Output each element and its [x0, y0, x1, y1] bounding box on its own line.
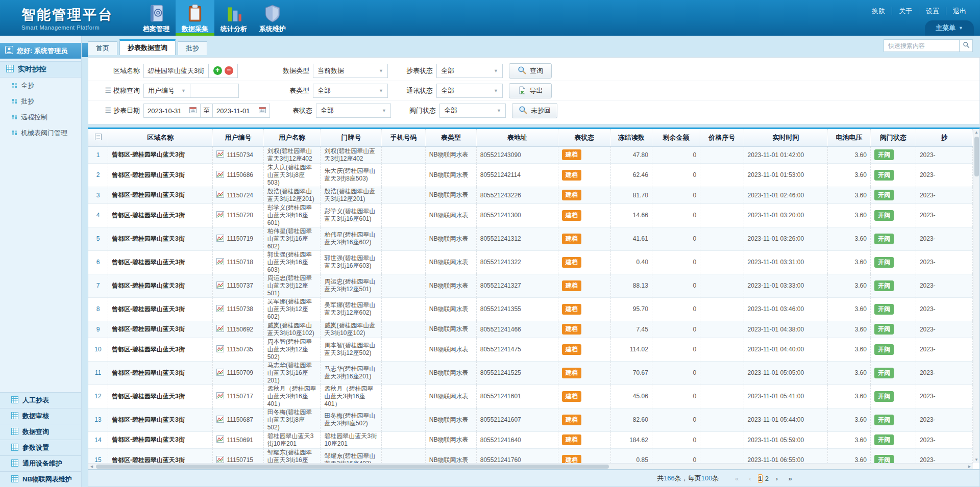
sidebar-section-realtime-reading[interactable]: 实时抄控	[0, 61, 81, 78]
valve-state-select[interactable]: 全部▼	[439, 104, 506, 118]
table-row[interactable]: 4曾都区-碧桂园翠山蓝天3街11150720彭学义(碧桂园翠山蓝天3街16座60…	[88, 203, 973, 227]
nav-archive-management[interactable]: 档案管理	[137, 0, 176, 36]
column-header-door_no[interactable]: 门牌号	[321, 129, 382, 146]
meter-chart-icon[interactable]	[216, 325, 224, 334]
sidebar-item-data-query[interactable]: 数据查询	[0, 424, 81, 440]
horizontal-scrollbar-thumb[interactable]	[96, 465, 609, 469]
meter-chart-icon[interactable]	[216, 345, 224, 354]
table-row[interactable]: 8曾都区-碧桂园翠山蓝天3街11150738吴军娜(碧桂园翠山蓝天3街12座60…	[88, 297, 973, 321]
last-page-button[interactable]: »	[785, 473, 796, 484]
fuzzy-query-input[interactable]	[190, 84, 239, 98]
table-row[interactable]: 11曾都区-碧桂园翠山蓝天3街11150709马志华(碧桂园翠山蓝天3街16座2…	[88, 361, 973, 385]
meter-chart-icon[interactable]	[216, 392, 224, 401]
prev-page-button[interactable]: ‹	[745, 473, 756, 484]
meter-chart-icon[interactable]	[216, 171, 224, 180]
meter-chart-icon[interactable]	[216, 150, 224, 159]
column-header-meter_type[interactable]: 表类型	[425, 129, 476, 146]
sidebar-item-batch-read[interactable]: 批抄	[0, 93, 81, 109]
query-button[interactable]: 查询	[509, 63, 552, 79]
comm-state-select[interactable]: 全部▼	[436, 84, 503, 98]
page-button-2[interactable]: 2	[765, 474, 769, 483]
table-row[interactable]: 5曾都区-碧桂园翠山蓝天3街11150719柏伟星(碧桂园翠山蓝天3街16座60…	[88, 227, 973, 250]
table-row[interactable]: 14曾都区-碧桂园翠山蓝天3街11150691碧桂园翠山蓝天3街10座201碧桂…	[88, 431, 973, 448]
column-header-time[interactable]: 实时时间	[744, 129, 828, 146]
column-header-region[interactable]: 区域名称	[108, 129, 213, 146]
column-header-balance[interactable]: 剩余金额	[652, 129, 700, 146]
column-header-valve[interactable]: 阀门状态	[870, 129, 916, 146]
meter-chart-icon[interactable]	[216, 416, 224, 424]
nav-statistics[interactable]: 统计分析	[214, 0, 253, 36]
link-logout[interactable]: 退出	[946, 7, 973, 15]
table-row[interactable]: 1曾都区-碧桂园翠山蓝天3街11150734刘权(碧桂园翠山蓝天3街12座402…	[88, 146, 973, 163]
nav-system-maintenance[interactable]: 系统维护	[253, 0, 292, 36]
meter-chart-icon[interactable]	[216, 281, 224, 290]
sidebar-item-remote-control[interactable]: 远程控制	[0, 109, 81, 125]
table-row[interactable]: 6曾都区-碧桂园翠山蓝天3街11150718郭世强(碧桂园翠山蓝天3街16座60…	[88, 250, 973, 274]
table-row[interactable]: 15曾都区-碧桂园翠山蓝天3街11150715邹耀东(碧桂园翠山蓝天3街16座4…	[88, 448, 973, 463]
link-settings[interactable]: 设置	[919, 7, 946, 15]
table-row[interactable]: 12曾都区-碧桂园翠山蓝天3街11150717孟秋月（碧桂园翠山蓝天3街16座4…	[88, 385, 973, 408]
scroll-up-icon[interactable]: ▲	[973, 129, 979, 136]
sidebar-item-data-audit[interactable]: 数据审核	[0, 408, 81, 424]
tab-home[interactable]: 首页	[88, 41, 117, 55]
table-row[interactable]: 9曾都区-碧桂园翠山蓝天3街11150692戚岚(碧桂园翠山蓝天3街10座102…	[88, 321, 973, 338]
date-to-input[interactable]: 2023-11-01	[213, 104, 270, 118]
remove-area-button[interactable]: −	[225, 66, 233, 75]
select-all-header[interactable]	[88, 129, 108, 146]
unread-button[interactable]: 未抄回	[512, 103, 557, 118]
next-page-button[interactable]: ›	[771, 473, 782, 484]
quick-search-input[interactable]	[884, 39, 959, 52]
link-change-skin[interactable]: 换肤	[865, 7, 892, 15]
table-row[interactable]: 10曾都区-碧桂园翠山蓝天3街11150735周本智(碧桂园翠山蓝天3街12座5…	[88, 338, 973, 361]
sidebar-item-nb-meter-maintenance[interactable]: NB物联网表维护	[0, 471, 81, 487]
meter-chart-icon[interactable]	[216, 435, 224, 444]
sidebar-item-manual-reading[interactable]: 人工抄表	[0, 392, 81, 408]
column-header-status[interactable]: 表状态	[558, 129, 610, 146]
column-header-price_no[interactable]: 价格序号	[700, 129, 744, 146]
read-state-select[interactable]: 全部▼	[436, 64, 503, 78]
vertical-scrollbar[interactable]: ▲ ▼	[973, 129, 979, 463]
data-type-select[interactable]: 当前数据▼	[313, 64, 388, 78]
meter-chart-icon[interactable]	[216, 235, 224, 243]
sidebar-item-parameter-settings[interactable]: 参数设置	[0, 440, 81, 455]
tab-batch-read[interactable]: 批抄	[178, 41, 207, 55]
export-button[interactable]: 导出	[509, 83, 552, 98]
add-area-button[interactable]: +	[213, 66, 222, 75]
column-header-reading[interactable]: 冻结读数	[610, 129, 652, 146]
meter-chart-icon[interactable]	[216, 191, 224, 199]
sidebar-toggle[interactable]	[82, 43, 88, 57]
vertical-scrollbar-thumb[interactable]	[974, 137, 979, 176]
sidebar-item-device-maintenance[interactable]: 通用设备维护	[0, 455, 81, 471]
first-page-button[interactable]: «	[731, 473, 743, 484]
nav-data-collection[interactable]: 数据采集	[176, 0, 214, 36]
scroll-left-icon[interactable]: ◀	[88, 464, 95, 469]
meter-chart-icon[interactable]	[216, 456, 224, 464]
column-header-phone[interactable]: 手机号码	[382, 129, 425, 146]
column-header-user_name[interactable]: 用户名称	[263, 129, 321, 146]
meter-chart-icon[interactable]	[216, 258, 224, 267]
meter-chart-icon[interactable]	[216, 211, 224, 220]
page-button-1[interactable]: 1	[758, 474, 763, 483]
horizontal-scrollbar[interactable]: ◀ ▶	[88, 463, 973, 469]
column-header-voltage[interactable]: 电池电压	[828, 129, 871, 146]
date-from-input[interactable]: 2023-10-31	[143, 104, 201, 118]
table-row[interactable]: 3曾都区-碧桂园翠山蓝天3街11150724殷浩(碧桂园翠山蓝天3街12座201…	[88, 187, 973, 203]
meter-chart-icon[interactable]	[216, 305, 224, 314]
scroll-right-icon[interactable]: ▶	[966, 464, 973, 469]
scroll-down-icon[interactable]: ▼	[973, 456, 979, 463]
meter-chart-icon[interactable]	[216, 369, 224, 377]
column-header-address[interactable]: 表地址	[476, 129, 558, 146]
meter-state-select[interactable]: 全部▼	[316, 104, 391, 118]
sidebar-item-mechanical-valve[interactable]: 机械表阀门管理	[0, 125, 81, 141]
sidebar-item-read-all[interactable]: 全抄	[0, 78, 81, 93]
table-row[interactable]: 2曾都区-碧桂园翠山蓝天3街11150686朱大庆(碧桂园翠山蓝天3街8座503…	[88, 163, 973, 187]
quick-search-button[interactable]	[959, 39, 973, 52]
main-menu-button[interactable]: 主菜单 ▼	[925, 20, 974, 36]
column-header-user_no[interactable]: 用户编号	[213, 129, 263, 146]
link-about[interactable]: 关于	[892, 7, 919, 15]
table-row[interactable]: 7曾都区-碧桂园翠山蓝天3街11150737周运忠(碧桂园翠山蓝天3街12座50…	[88, 274, 973, 297]
column-header-extra[interactable]: 抄	[916, 129, 972, 146]
tab-meter-data-query[interactable]: 抄表数据查询	[119, 39, 176, 55]
area-name-input[interactable]	[143, 64, 209, 78]
table-row[interactable]: 13曾都区-碧桂园翠山蓝天3街11150687田冬梅(碧桂园翠山蓝天3街8座50…	[88, 408, 973, 431]
